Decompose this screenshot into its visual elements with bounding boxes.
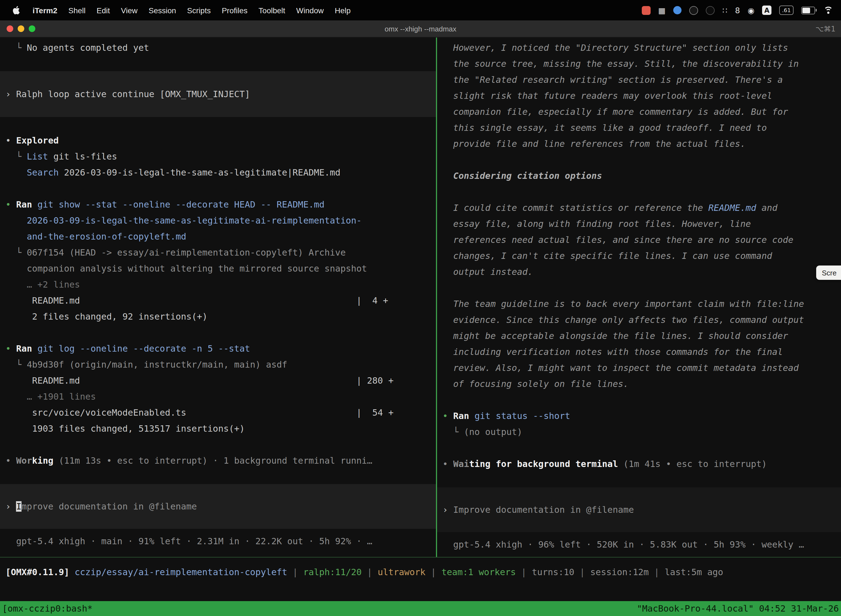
text-token: king: [32, 455, 53, 466]
text-token: 067f154 (HEAD -> essay/ai-reimplementati…: [27, 247, 346, 258]
menu-item-help[interactable]: Help: [329, 6, 356, 15]
input-source-icon[interactable]: A: [762, 6, 771, 15]
menu-item-view[interactable]: View: [115, 6, 143, 15]
terminal-line: [437, 392, 841, 408]
text-token: evidence. Since this change only affects…: [442, 315, 804, 325]
window-title: omx --xhigh --madmax: [0, 25, 841, 33]
menu-item-window[interactable]: Window: [291, 6, 330, 15]
terminal-line: The team guideline is to back every impo…: [437, 296, 841, 312]
apple-menu-icon[interactable]: [9, 6, 24, 15]
prompt-placeholder: Improve documentation in @filename: [453, 505, 634, 515]
terminal-line: └ 067f154 (HEAD -> essay/ai-reimplementa…: [0, 245, 436, 261]
text-token: … +1901 lines: [6, 392, 96, 402]
terminal-line: including verification notes with those …: [437, 344, 841, 360]
right-pane[interactable]: However, I noticed the "Directory Struct…: [437, 38, 841, 557]
text-token: |: [287, 567, 303, 577]
terminal-line: and-the-erosion-of-copyleft.md: [0, 229, 436, 245]
text-token: ting for background terminal: [469, 459, 618, 469]
menu-bar: iTerm2ShellEditViewSessionScriptsProfile…: [0, 0, 841, 21]
waiting-status: • Waiting for background terminal (1m 41…: [437, 456, 841, 472]
text-token: |: [649, 567, 665, 577]
text-token: (11m 13s • esc to interrupt) · 1 backgro…: [53, 455, 372, 466]
text-token: |: [425, 567, 441, 577]
search-label: Search: [27, 167, 59, 178]
terminal-line: [437, 152, 841, 168]
empty-terminal-rows: [0, 587, 841, 601]
menu-item-iterm2[interactable]: iTerm2: [27, 6, 63, 15]
grid-dots-icon[interactable]: ∷: [722, 6, 727, 15]
terminal-line: review. Also, I might want to inspect th…: [437, 360, 841, 376]
ran-label: Ran: [16, 199, 32, 210]
text-token: and-the-erosion-of-copyleft.md: [27, 231, 186, 242]
prompt-input[interactable]: › Improve documentation in @filename: [437, 487, 841, 532]
text-token: [32, 199, 37, 210]
text-token: The team guideline is to back every impo…: [442, 299, 804, 309]
screen: iTerm2ShellEditViewSessionScriptsProfile…: [0, 0, 841, 616]
wifi-icon[interactable]: [823, 6, 833, 14]
omx-last: last:5m ago: [665, 567, 723, 577]
terminal-line: 1903 files changed, 513517 insertions(+): [0, 421, 436, 437]
prompt-input[interactable]: › Improve documentation in @filename: [0, 484, 436, 529]
list-label: List: [27, 151, 48, 162]
window-title-bar[interactable]: omx --xhigh --madmax ⌥⌘1: [0, 21, 841, 38]
menu-item-session[interactable]: Session: [143, 6, 182, 15]
command-text: git log --oneline --decorate -n 5 --stat: [38, 343, 250, 354]
omx-mode: ultrawork: [378, 567, 425, 577]
explored-label: Explored: [16, 135, 59, 146]
tmux-host-time: "MacBook-Pro-44.local" 04:52 31-Mar-26: [637, 603, 839, 614]
terminal-area: └ No agents completed yet› Ralph loop ac…: [0, 38, 841, 557]
menu-item-edit[interactable]: Edit: [91, 6, 115, 15]
minimize-button[interactable]: [18, 25, 24, 32]
tmux-status-bar: [omx-cczip0:bash* "MacBook-Pro-44.local"…: [0, 601, 841, 616]
text-token: └: [6, 151, 27, 162]
menu-item-scripts[interactable]: Scripts: [182, 6, 216, 15]
omx-team: team:1 workers: [441, 567, 516, 577]
text-token: 4b9d30f (origin/main, instructkr/main, m…: [27, 359, 287, 370]
shield-app-icon[interactable]: [689, 6, 698, 15]
terminal-line: of focusing solely on file lines.: [437, 376, 841, 392]
menu-item-profiles[interactable]: Profiles: [216, 6, 253, 15]
text-token: (no output): [464, 427, 522, 437]
dark-app-icon[interactable]: [706, 6, 715, 15]
menu-bar-status-area: ▦∷8◉A.61: [642, 6, 841, 15]
text-token: [6, 215, 27, 226]
terminal-line: references need actual files, and since …: [437, 232, 841, 248]
text-token: |: [516, 567, 532, 577]
left-pane[interactable]: └ No agents completed yet› Ralph loop ac…: [0, 38, 436, 557]
menu-item-shell[interactable]: Shell: [63, 6, 91, 15]
prompt-placeholder: mprove documentation in @filename: [22, 501, 197, 512]
text-token: provide file and line references from th…: [442, 139, 746, 149]
text-token: └: [6, 43, 27, 53]
omx-status-line: [OMX#0.11.9] cczip/essay/ai-reimplementa…: [0, 557, 841, 587]
menu-item-toolbelt[interactable]: Toolbelt: [253, 6, 291, 15]
close-button[interactable]: [7, 25, 13, 32]
text-token: output instead.: [442, 267, 533, 277]
blue-app-icon[interactable]: [673, 6, 681, 14]
screen-share-tab[interactable]: Scre: [816, 265, 841, 280]
text-token: Considering citation options: [442, 170, 602, 181]
tmux-session-label: [omx-cczip0:bash*: [2, 603, 93, 614]
menu-bar-left: iTerm2ShellEditViewSessionScriptsProfile…: [0, 6, 356, 15]
text-token: ›: [6, 89, 16, 99]
window-manager-icon[interactable]: ▦: [658, 6, 665, 15]
ran-label: Ran: [16, 343, 32, 354]
text-token: •: [6, 199, 16, 210]
terminal-line: provide file and line references from th…: [437, 136, 841, 152]
battery-percent-badge[interactable]: .61: [779, 6, 794, 15]
terminal-line: slight risk that future readers may over…: [437, 88, 841, 104]
ralph-loop-banner: › Ralph loop active continue [OMX_TMUX_I…: [0, 71, 436, 117]
text-token: •: [6, 343, 16, 354]
keypad-8-icon[interactable]: 8: [735, 6, 740, 15]
zoom-button[interactable]: [29, 25, 35, 32]
terminal-line: changes, I can't cite specific file line…: [437, 248, 841, 264]
text-token: ›: [442, 505, 453, 515]
terminal-line: companion file, especially if more comme…: [437, 104, 841, 120]
command-text: git show --stat --oneline --decorate HEA…: [38, 199, 324, 210]
text-token: the "Related research writing" section i…: [442, 75, 783, 85]
camera-icon[interactable]: ◉: [748, 6, 755, 15]
battery-icon[interactable]: [801, 6, 815, 14]
terminal-line: 2026-03-09-is-legal-the-same-as-legitima…: [0, 213, 436, 229]
text-token: No agents completed yet: [27, 43, 149, 53]
terminal-line: … +1901 lines: [0, 389, 436, 405]
screen-recording-indicator[interactable]: [642, 6, 651, 15]
